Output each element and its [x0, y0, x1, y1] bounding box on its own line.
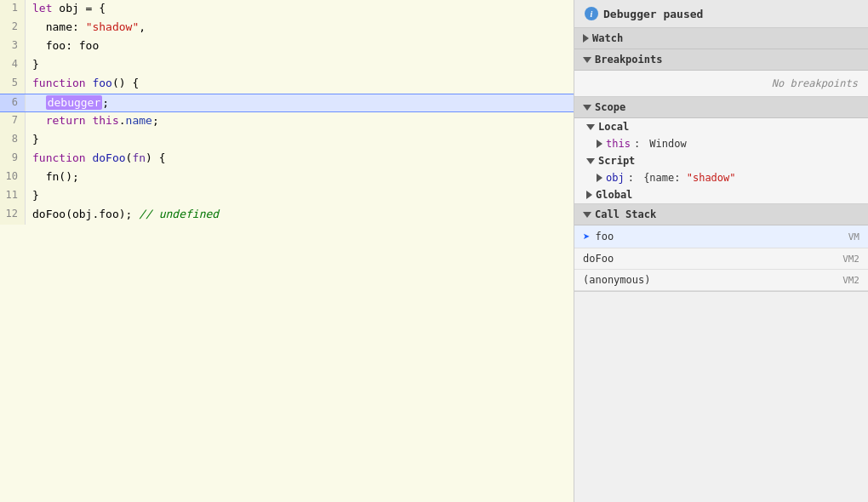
- callstack-function-name: (anonymous): [583, 274, 650, 286]
- code-row: 1 let obj = {: [0, 0, 574, 19]
- callstack-function-name: foo: [595, 231, 614, 242]
- code-line-content: return this.name;: [26, 112, 574, 131]
- comment: // undefined: [139, 208, 219, 220]
- callstack-section-header[interactable]: Call Stack: [574, 204, 868, 225]
- callstack-item-foo[interactable]: ➤ foo VM: [574, 225, 868, 248]
- line-number: 9: [0, 150, 26, 168]
- callstack-vm: VM2: [842, 275, 859, 286]
- collapse-icon: [586, 191, 592, 199]
- scope-group-local[interactable]: Local: [574, 118, 868, 135]
- scope-separator: :: [628, 172, 640, 184]
- line-number: 11: [0, 187, 26, 206]
- expand-icon: [583, 105, 591, 111]
- function-name: foo: [92, 77, 111, 89]
- watch-label: Watch: [592, 32, 623, 44]
- collapse-icon: [583, 34, 589, 43]
- code-line-content: debugger;: [26, 94, 574, 111]
- expand-icon: [583, 212, 591, 218]
- code-row: 9 function doFoo(fn) {: [0, 150, 574, 168]
- expand-icon: [586, 158, 595, 164]
- line-number: 10: [0, 168, 26, 187]
- keyword: let: [32, 2, 52, 14]
- code-row: 8 }: [0, 131, 574, 150]
- code-line-content: name: "shadow",: [26, 19, 574, 37]
- breakpoints-section-header[interactable]: Breakpoints: [574, 49, 868, 71]
- code-line-content: let obj = {: [26, 0, 574, 19]
- watch-section-header[interactable]: Watch: [574, 28, 868, 49]
- scope-group-name: Global: [596, 189, 632, 201]
- scope-section-header[interactable]: Scope: [574, 97, 868, 118]
- callstack-label: Call Stack: [595, 208, 656, 220]
- code-row: 2 name: "shadow",: [0, 19, 574, 37]
- string-literal: "shadow": [86, 20, 140, 33]
- scope-key: this: [606, 138, 631, 150]
- keyword: function: [32, 151, 86, 164]
- callstack-function-name: doFoo: [583, 253, 614, 265]
- callstack-item-anonymous[interactable]: (anonymous) VM2: [574, 270, 868, 291]
- code-row: 11 }: [0, 187, 574, 206]
- expand-icon: [586, 124, 595, 130]
- parameter: fn: [132, 151, 146, 164]
- code-lines: 1 let obj = { 2 name: "shadow", 3 foo: f…: [0, 0, 574, 225]
- code-line-content: }: [26, 56, 574, 75]
- scope-group-global[interactable]: Global: [574, 186, 868, 203]
- debugger-header: i Debugger paused: [574, 0, 868, 28]
- code-row-active: 6 debugger;: [0, 94, 574, 112]
- collapse-icon: [597, 140, 602, 148]
- code-line-content: fn();: [26, 168, 574, 187]
- line-number: 1: [0, 0, 26, 19]
- callstack-vm: VM: [848, 231, 859, 242]
- scope-group-name: Script: [598, 155, 635, 167]
- line-number: 8: [0, 131, 26, 150]
- breakpoints-content: No breakpoints: [574, 71, 868, 97]
- callstack-entry: doFoo: [583, 253, 614, 265]
- keyword: function: [32, 77, 86, 89]
- scope-separator: :: [634, 138, 646, 150]
- active-frame-icon: ➤: [583, 230, 590, 243]
- callstack-content: ➤ foo VM doFoo VM2 (anonymous) VM2: [574, 225, 868, 292]
- scope-content: Local this: Window Script obj: {name: "s…: [574, 118, 868, 204]
- line-number: 3: [0, 37, 26, 56]
- debugger-status: Debugger paused: [603, 8, 703, 20]
- code-line-content: function doFoo(fn) {: [26, 150, 574, 168]
- code-line-content: doFoo(obj.foo); // undefined: [26, 206, 574, 225]
- line-number: 6: [0, 94, 26, 111]
- scope-value: {name: "shadow": [643, 172, 735, 184]
- breakpoints-label: Breakpoints: [595, 54, 662, 66]
- scope-value: Window: [649, 138, 686, 150]
- code-line-content: }: [26, 187, 574, 206]
- scope-key: obj: [606, 172, 625, 184]
- property: name: [126, 114, 152, 127]
- code-row: 12 doFoo(obj.foo); // undefined: [0, 206, 574, 225]
- line-number: 5: [0, 75, 26, 94]
- callstack-entry: (anonymous): [583, 274, 650, 286]
- expand-icon: [583, 57, 591, 63]
- code-row: 4 }: [0, 56, 574, 75]
- debug-panel: i Debugger paused Watch Breakpoints No b…: [574, 0, 868, 502]
- line-number: 2: [0, 19, 26, 37]
- callstack-item-dofoo[interactable]: doFoo VM2: [574, 248, 868, 270]
- code-row: 10 fn();: [0, 168, 574, 187]
- code-row: 7 return this.name;: [0, 112, 574, 131]
- code-editor: 1 let obj = { 2 name: "shadow", 3 foo: f…: [0, 0, 574, 502]
- keyword: return: [46, 114, 86, 127]
- callstack-vm: VM2: [842, 254, 859, 265]
- line-number: 7: [0, 112, 26, 131]
- scope-this-item[interactable]: this: Window: [574, 135, 868, 152]
- debugger-keyword: debugger: [46, 95, 103, 110]
- line-number: 4: [0, 56, 26, 75]
- line-number: 12: [0, 206, 26, 225]
- scope-label: Scope: [595, 101, 625, 113]
- code-row: 3 foo: foo: [0, 37, 574, 56]
- code-line-content: foo: foo: [26, 37, 574, 56]
- code-line-content: }: [26, 131, 574, 150]
- this-keyword: this: [92, 114, 118, 127]
- function-name: doFoo: [92, 151, 125, 164]
- code-row: 5 function foo() {: [0, 75, 574, 94]
- scope-group-name: Local: [598, 121, 629, 133]
- collapse-icon: [597, 174, 602, 182]
- no-breakpoints-text: No breakpoints: [574, 71, 868, 96]
- callstack-entry: ➤ foo: [583, 230, 614, 243]
- scope-group-script[interactable]: Script: [574, 152, 868, 169]
- scope-obj-item[interactable]: obj: {name: "shadow": [574, 169, 868, 186]
